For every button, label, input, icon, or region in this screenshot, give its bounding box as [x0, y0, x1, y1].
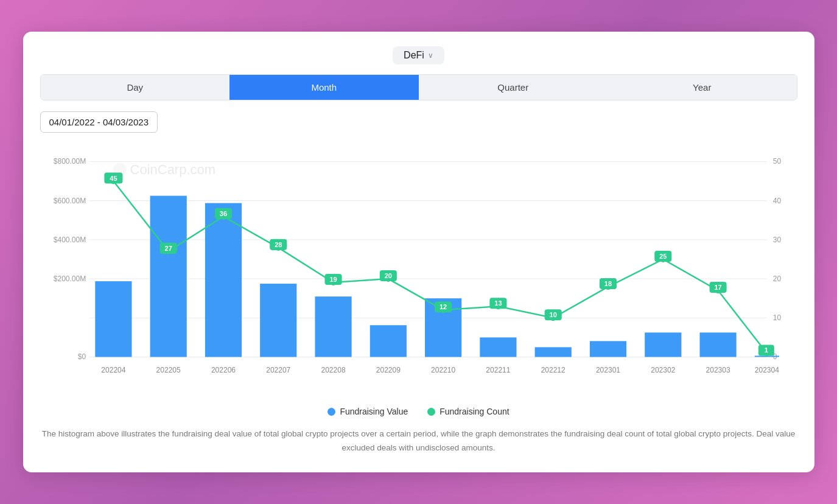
chart-svg: $800.00M $600.00M $400.00M $200.00M $0 5…	[40, 144, 797, 399]
svg-text:25: 25	[659, 253, 667, 260]
svg-text:202212: 202212	[541, 366, 565, 374]
chart-area: CoinCarp.com $800.00M $600.00M $400.00M …	[40, 144, 797, 399]
svg-text:202204: 202204	[101, 366, 125, 374]
tab-day[interactable]: Day	[41, 75, 230, 100]
svg-text:202303: 202303	[706, 366, 730, 374]
svg-text:202207: 202207	[266, 366, 290, 374]
bar-202205	[150, 196, 186, 357]
footer-description: The histogram above illustrates the fund…	[40, 427, 797, 455]
svg-text:202208: 202208	[321, 366, 345, 374]
svg-text:1: 1	[764, 346, 768, 354]
svg-text:10: 10	[772, 313, 781, 322]
svg-text:202301: 202301	[595, 366, 620, 374]
svg-text:17: 17	[714, 284, 721, 291]
svg-text:20: 20	[772, 275, 781, 283]
defi-selector[interactable]: DeFi ∨	[393, 46, 444, 65]
svg-text:36: 36	[219, 210, 226, 217]
svg-text:202206: 202206	[211, 366, 235, 374]
tab-bar: Day Month Quarter Year	[40, 74, 797, 100]
svg-text:202211: 202211	[486, 366, 510, 374]
bar-202302	[645, 332, 681, 357]
svg-text:10: 10	[549, 311, 556, 318]
svg-text:30: 30	[772, 236, 781, 244]
bar-202212	[534, 347, 571, 357]
bar-202207	[260, 284, 296, 357]
svg-text:18: 18	[604, 280, 611, 287]
legend-count: Fundraising Count	[427, 407, 509, 416]
svg-text:27: 27	[164, 245, 172, 252]
legend-value-label: Fundraising Value	[340, 407, 408, 416]
svg-text:$800.00M: $800.00M	[53, 157, 85, 166]
tab-month[interactable]: Month	[229, 75, 419, 100]
bar-202301	[589, 341, 626, 357]
bar-202209	[369, 325, 406, 357]
svg-text:45: 45	[110, 175, 117, 182]
svg-text:202210: 202210	[431, 366, 455, 374]
svg-text:28: 28	[275, 241, 282, 248]
tab-quarter[interactable]: Quarter	[419, 75, 608, 100]
legend-value-dot	[327, 408, 335, 416]
svg-text:202205: 202205	[156, 366, 180, 374]
date-range-picker[interactable]: 04/01/2022 - 04/03/2023	[40, 111, 158, 133]
svg-text:40: 40	[772, 197, 781, 205]
bar-202208	[315, 296, 351, 357]
chart-legend: Fundraising Value Fundraising Count	[40, 407, 797, 416]
svg-text:50: 50	[772, 157, 781, 166]
legend-count-dot	[427, 408, 435, 416]
svg-text:$600.00M: $600.00M	[53, 197, 85, 205]
legend-value: Fundraising Value	[327, 407, 408, 416]
svg-text:19: 19	[329, 276, 337, 283]
main-card: DeFi ∨ Day Month Quarter Year 04/01/2022…	[23, 32, 814, 472]
svg-text:202304: 202304	[754, 366, 779, 374]
chevron-down-icon: ∨	[428, 51, 433, 60]
svg-text:$0: $0	[77, 353, 86, 362]
svg-text:202302: 202302	[651, 366, 675, 374]
svg-text:$400.00M: $400.00M	[53, 236, 85, 244]
tab-year[interactable]: Year	[608, 75, 797, 100]
bar-202204	[95, 281, 131, 357]
svg-text:20: 20	[384, 272, 391, 279]
svg-text:13: 13	[494, 299, 502, 307]
defi-label: DeFi	[404, 50, 424, 61]
svg-text:12: 12	[439, 303, 446, 310]
legend-count-label: Fundraising Count	[440, 407, 509, 416]
svg-text:202209: 202209	[376, 366, 400, 374]
bar-202206	[205, 203, 241, 357]
header: DeFi ∨	[40, 46, 797, 65]
bar-202211	[480, 337, 516, 357]
bar-202303	[699, 332, 736, 357]
svg-text:$200.00M: $200.00M	[53, 275, 85, 283]
